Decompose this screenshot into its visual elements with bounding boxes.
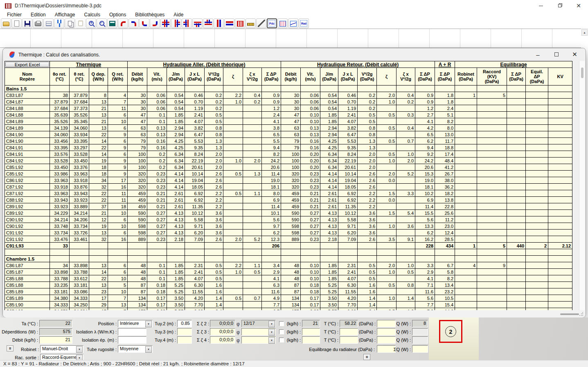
table-row[interactable]: C87:L9233.91833.87632163200.234.1418.052… — [5, 184, 572, 190]
pipes-horizontal-button[interactable] — [224, 18, 234, 28]
new-button[interactable] — [11, 18, 22, 28]
dialog-titlebar[interactable]: Thermique : Calcul des canalisations. — [3, 48, 586, 61]
detach-button[interactable] — [43, 18, 54, 28]
t3-field[interactable] — [340, 328, 358, 335]
diameter2-dropdown[interactable]: 12/17 — [241, 320, 276, 327]
menu-bibliotheques[interactable]: Bibliothèques — [131, 11, 169, 18]
zoom-out-button[interactable] — [97, 18, 107, 28]
menu-calculs[interactable]: Calculs — [80, 11, 105, 18]
menu-options[interactable]: Options — [105, 11, 131, 18]
ta-field[interactable]: 22 — [39, 320, 72, 327]
paste-button[interactable] — [75, 18, 86, 28]
table-row[interactable]: C88:L9233.94333.92322114590.212.616.922.… — [5, 197, 572, 203]
print-button[interactable] — [33, 18, 43, 28]
q4-field[interactable] — [412, 336, 428, 344]
tuy3-field[interactable] — [177, 328, 192, 335]
dapa3-field[interactable] — [377, 328, 396, 335]
fitting-button[interactable] — [54, 18, 64, 28]
diameter3-dropdown[interactable] — [241, 328, 276, 335]
table-row[interactable]: C84:L9133.39533.297229790.164.259.351.39… — [5, 144, 572, 151]
tuy4-field[interactable] — [177, 336, 192, 344]
v-scrollbar[interactable] — [579, 61, 585, 310]
brush-button[interactable] — [256, 18, 266, 28]
kgh2-field[interactable]: 21 — [302, 320, 320, 327]
table-row[interactable]: C85:L9233.45033.3761891000.26.3420.612.0… — [5, 164, 572, 171]
isolation-ep-field[interactable] — [118, 336, 146, 344]
scroll-up-button[interactable] — [581, 29, 588, 36]
rad-view-button[interactable]: Rad — [299, 18, 309, 28]
copy-button[interactable] — [65, 18, 75, 28]
table-row[interactable]: C85:L8934.38034.3331771340.173.504.201.4… — [5, 295, 572, 302]
export-excel-button[interactable]: Export Excel — [5, 62, 49, 67]
restore-button[interactable] — [550, 0, 569, 11]
q3-field[interactable] — [412, 328, 428, 335]
table-row[interactable]: C85:L8733.89833.788146480.11.852.410.51.… — [5, 269, 572, 275]
table-row[interactable]: C83:L873837.87984300.060.540.460.22.20.4… — [5, 92, 572, 99]
table-row[interactable]: C85:L9233.98633.9631893200.234.1410.142.… — [5, 171, 572, 177]
menu-fichier[interactable]: Fichier — [2, 11, 26, 18]
table-row[interactable]: C86:L9233.96333.91834173200.234.1419.042… — [5, 177, 572, 184]
q2-field[interactable]: 8 — [412, 320, 428, 327]
dapa2-field[interactable] — [377, 320, 396, 327]
close-button[interactable]: ✕ — [569, 0, 588, 11]
pdc-view-button[interactable]: Pdc — [267, 18, 277, 28]
radiator-grid-button[interactable] — [277, 18, 288, 28]
table-row[interactable]: C84:L8837.68437.3732111300.060.541.190.2… — [5, 105, 572, 112]
kgh4-field[interactable] — [302, 336, 320, 344]
szeta2-field[interactable]: 0;0;0;0 — [210, 320, 235, 327]
table-row[interactable]: C84:L8835.63935.526136470.11.852.410.52.… — [5, 112, 572, 118]
table-row[interactable]: C84:L9033.45633.395146790.164.255.531.35… — [5, 138, 572, 144]
tee-right-button[interactable] — [171, 18, 181, 28]
table-row[interactable]: C85:L9034.33334.25029131340.173.507.701.… — [5, 302, 572, 308]
diameter4-dropdown[interactable] — [241, 336, 276, 344]
dialog-minimize-button[interactable]: – — [529, 48, 547, 61]
calculator-button[interactable] — [107, 18, 117, 28]
table-row[interactable]: C89:L9234.22934.21421105900.274.1310.123… — [5, 210, 572, 216]
isolation-lambda-field[interactable] — [118, 328, 146, 335]
table-row[interactable]: C87:L9233.96333.94322114590.212.616.922.… — [5, 190, 572, 197]
tee-left-button[interactable] — [182, 18, 192, 28]
corner-supply-button[interactable] — [139, 18, 149, 28]
resize-grip-icon[interactable] — [579, 312, 583, 316]
table-row[interactable]: C84:L8737.87937.684137300.060.540.700.21… — [5, 99, 572, 105]
deperditions-field[interactable]: 575 — [39, 328, 72, 335]
kgh3-field[interactable] — [302, 328, 320, 335]
szeta4-field[interactable]: 0;0;0;0 — [210, 336, 235, 344]
position-dropdown[interactable]: Intérieure — [118, 320, 153, 327]
h-scrollbar-thumb[interactable] — [560, 313, 579, 315]
table-row[interactable]: C85:L8833.78833.6122210480.11.854.070.54… — [5, 275, 572, 282]
radiator-button[interactable] — [235, 18, 245, 28]
open-button[interactable] — [1, 18, 11, 28]
tuy2-field[interactable]: 0.85 — [177, 320, 192, 327]
table-row[interactable]: C91:L9233.73433.7261365980.274.136.203.6… — [5, 230, 572, 236]
table-row[interactable]: C91:L9233.47633.46132168890.232.187.092.… — [5, 236, 572, 243]
debit-field[interactable]: 21 — [39, 336, 72, 344]
radiator-list-icon[interactable] — [7, 345, 14, 351]
elbow-return-button[interactable] — [128, 18, 139, 28]
tee-up-button[interactable] — [203, 18, 213, 28]
fittings-list-icon[interactable] — [363, 354, 370, 360]
table-row[interactable]: C90:L9234.21434.2061265900.274.135.583.6… — [5, 216, 572, 223]
menu-aide[interactable]: Aide — [169, 11, 188, 18]
save-button[interactable] — [22, 18, 32, 28]
t4-field[interactable] — [340, 336, 358, 344]
table-row[interactable]: C89:L9233.92333.88937184590.212.6111.352… — [5, 203, 572, 210]
menu-affichage[interactable]: Affichage — [50, 11, 80, 18]
tube-rugosite-dropdown[interactable]: Moyenne — [118, 345, 153, 353]
table-row[interactable]: C85:L8933.18133.0862310870.185.2511.551.… — [5, 288, 572, 295]
table-row[interactable]: C90:L9233.74833.73419105980.274.139.713.… — [5, 223, 572, 230]
v-scrollbar-thumb[interactable] — [581, 68, 583, 78]
table-row[interactable]: C86:L873433.898136480.11.852.310.52.21.1… — [5, 262, 572, 269]
dapa4-field[interactable] — [377, 336, 396, 344]
zoom-in-button[interactable] — [86, 18, 96, 28]
t2-field[interactable]: 58.22 — [340, 320, 358, 327]
cross-tee-button[interactable] — [160, 18, 171, 28]
table-row[interactable]: C84:L8934.13934.060136630.132.943.820.83… — [5, 125, 572, 131]
pipes-vertical-button[interactable] — [214, 18, 224, 28]
table-row[interactable]: C84:L9233.52833.4501991000.26.3422.192.0… — [5, 158, 572, 164]
menu-edition[interactable]: Edition — [26, 11, 50, 18]
table-row[interactable]: C91:L93332062284341544022.12 — [5, 243, 572, 249]
tee-down-button[interactable] — [192, 18, 203, 28]
sq-field[interactable] — [412, 345, 428, 353]
dialog-maximize-button[interactable] — [547, 48, 565, 61]
